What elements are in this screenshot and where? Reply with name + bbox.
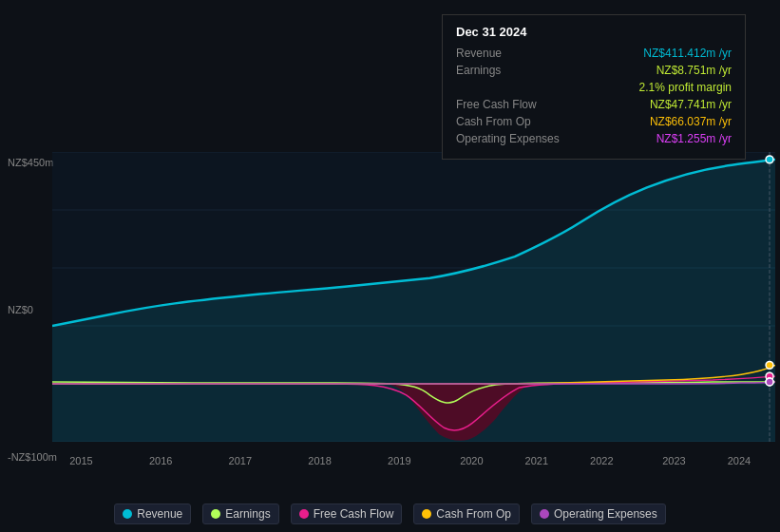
chart-svg [52,152,775,442]
x-axis: 2015 2016 2017 2018 2019 2020 2021 2022 … [52,442,775,480]
tooltip-cashop-label: Cash From Op [456,115,531,128]
legend-revenue-label: Revenue [137,507,182,521]
x-tick-2017: 2017 [229,455,252,466]
y-label-neg: -NZ$100m [8,451,57,463]
legend-earnings-label: Earnings [225,507,270,521]
tooltip-margin-row: 2.1% profit margin [456,81,732,94]
tooltip-revenue-row: Revenue NZ$411.412m /yr [456,47,732,60]
legend-cashop-label: Cash From Op [436,507,511,521]
tooltip-fcf-label: Free Cash Flow [456,98,537,111]
legend-fcf-dot [299,509,309,519]
y-label-zero: NZ$0 [8,304,33,315]
svg-point-12 [766,378,773,386]
tooltip-opex-row: Operating Expenses NZ$1.255m /yr [456,132,732,145]
svg-point-8 [766,156,773,163]
x-tick-2023: 2023 [662,455,685,466]
x-tick-2016: 2016 [149,455,172,466]
x-tick-2020: 2020 [460,455,483,466]
x-tick-2015: 2015 [69,455,92,466]
legend-cashop-dot [422,509,431,519]
tooltip-earnings-value: NZ$8.751m /yr [656,64,732,77]
legend-earnings[interactable]: Earnings [202,504,278,524]
legend-opex-dot [540,509,549,519]
tooltip-earnings-label: Earnings [456,64,501,77]
legend-fcf-label: Free Cash Flow [314,507,394,521]
legend-earnings-dot [211,509,220,519]
legend-cashop[interactable]: Cash From Op [413,504,520,524]
tooltip-cashop-value: NZ$66.037m /yr [650,115,732,128]
y-label-top: NZ$450m [8,157,53,168]
x-tick-2018: 2018 [308,455,331,466]
x-tick-2019: 2019 [388,455,410,466]
tooltip-revenue-value: NZ$411.412m /yr [643,47,732,60]
x-tick-2024: 2024 [728,455,751,466]
chart-legend: Revenue Earnings Free Cash Flow Cash Fro… [0,504,780,524]
x-tick-2022: 2022 [590,455,613,466]
legend-fcf[interactable]: Free Cash Flow [291,504,403,524]
chart-area: NZ$450m NZ$0 -NZ$100m [0,152,780,480]
legend-opex-label: Operating Expenses [554,507,657,521]
legend-revenue[interactable]: Revenue [114,504,191,524]
tooltip-opex-label: Operating Expenses [456,132,560,145]
tooltip-earnings-row: Earnings NZ$8.751m /yr [456,64,732,77]
data-tooltip: Dec 31 2024 Revenue NZ$411.412m /yr Earn… [442,14,746,160]
tooltip-fcf-row: Free Cash Flow NZ$47.741m /yr [456,98,732,111]
tooltip-revenue-label: Revenue [456,47,502,60]
chart-svg-wrapper [52,152,775,442]
tooltip-fcf-value: NZ$47.741m /yr [650,98,732,111]
tooltip-cashop-row: Cash From Op NZ$66.037m /yr [456,115,732,128]
legend-opex[interactable]: Operating Expenses [531,504,666,524]
tooltip-date: Dec 31 2024 [456,25,732,39]
legend-revenue-dot [123,509,132,519]
tooltip-margin-value: 2.1% profit margin [639,81,732,94]
x-tick-2021: 2021 [525,455,548,466]
tooltip-opex-value: NZ$1.255m /yr [656,132,732,145]
svg-point-9 [766,361,773,369]
